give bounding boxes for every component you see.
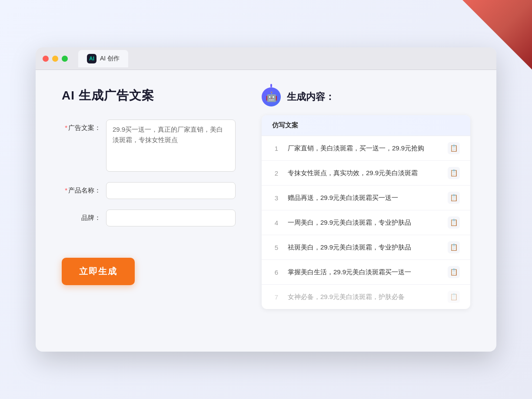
ad-copy-input[interactable]: 29.9买一送一，真正的厂家直销，美白淡斑霜，专抹女性斑点 — [106, 120, 236, 172]
product-name-input[interactable]: 美白淡斑霜 — [106, 182, 236, 199]
copy-button[interactable]: 📋 — [448, 266, 460, 278]
left-panel: AI 生成广告文案 *广告文案： 29.9买一送一，真正的厂家直销，美白淡斑霜，… — [62, 87, 236, 334]
row-text: 掌握美白生活，29.9元美白淡斑霜买一送一 — [288, 267, 441, 277]
result-title: 生成内容： — [287, 90, 335, 103]
result-rows-container: 1厂家直销，美白淡斑霜，买一送一，29.9元抢购📋2专抹女性斑点，真实功效，29… — [262, 136, 470, 309]
robot-icon: 🤖 — [262, 87, 281, 106]
result-table: 仿写文案 1厂家直销，美白淡斑霜，买一送一，29.9元抢购📋2专抹女性斑点，真实… — [262, 115, 470, 309]
row-text: 专抹女性斑点，真实功效，29.9元美白淡斑霜 — [288, 168, 441, 178]
traffic-lights — [43, 56, 68, 62]
copy-button[interactable]: 📋 — [448, 192, 460, 204]
row-number: 2 — [272, 170, 281, 177]
ai-tab[interactable]: AI AI 创作 — [78, 50, 128, 67]
row-number: 3 — [272, 194, 281, 202]
row-number: 7 — [272, 293, 281, 301]
copy-button[interactable]: 📋 — [448, 142, 460, 154]
row-text: 厂家直销，美白淡斑霜，买一送一，29.9元抢购 — [288, 143, 441, 153]
minimize-button[interactable] — [52, 56, 58, 62]
main-content: AI 生成广告文案 *广告文案： 29.9买一送一，真正的厂家直销，美白淡斑霜，… — [36, 70, 496, 352]
browser-window: AI AI 创作 AI 生成广告文案 *广告文案： 29.9买一送一，真正的厂家… — [36, 47, 496, 352]
table-header: 仿写文案 — [262, 115, 470, 136]
page-title: AI 生成广告文案 — [62, 87, 236, 104]
result-row: 6掌握美白生活，29.9元美白淡斑霜买一送一📋 — [262, 260, 470, 285]
result-row: 1厂家直销，美白淡斑霜，买一送一，29.9元抢购📋 — [262, 136, 470, 161]
robot-antenna — [270, 84, 272, 87]
required-star-product: * — [65, 186, 67, 194]
product-name-group: *产品名称： 美白淡斑霜 — [62, 182, 236, 199]
right-panel: 🤖 生成内容： 仿写文案 1厂家直销，美白淡斑霜，买一送一，29.9元抢购📋2专… — [262, 87, 470, 334]
result-row: 2专抹女性斑点，真实功效，29.9元美白淡斑霜📋 — [262, 161, 470, 186]
tab-title: AI 创作 — [100, 55, 120, 63]
ad-copy-label: *广告文案： — [62, 120, 101, 132]
result-header: 🤖 生成内容： — [262, 87, 470, 106]
brand-label: 品牌： — [62, 209, 101, 222]
tab-icon: AI — [87, 54, 96, 63]
brand-group: 品牌： 好白 — [62, 209, 236, 226]
required-star-ad: * — [65, 124, 67, 131]
title-bar: AI AI 创作 — [36, 47, 496, 70]
copy-button[interactable]: 📋 — [448, 167, 460, 179]
row-number: 4 — [272, 219, 281, 226]
row-number: 5 — [272, 244, 281, 251]
copy-button[interactable]: 📋 — [448, 216, 460, 229]
result-row: 7女神必备，29.9元美白淡斑霜，护肤必备📋 — [262, 285, 470, 309]
generate-button[interactable]: 立即生成 — [62, 258, 135, 285]
brand-input[interactable]: 好白 — [106, 209, 236, 226]
row-number: 1 — [272, 145, 281, 152]
row-number: 6 — [272, 269, 281, 276]
close-button[interactable] — [43, 56, 49, 62]
ad-copy-group: *广告文案： 29.9买一送一，真正的厂家直销，美白淡斑霜，专抹女性斑点 — [62, 120, 236, 172]
copy-button[interactable]: 📋 — [448, 291, 460, 303]
product-name-label: *产品名称： — [62, 182, 101, 195]
result-row: 4一周美白，29.9元美白淡斑霜，专业护肤品📋 — [262, 210, 470, 235]
copy-button[interactable]: 📋 — [448, 241, 460, 253]
result-row: 5祛斑美白，29.9元美白淡斑霜，专业护肤品📋 — [262, 235, 470, 260]
maximize-button[interactable] — [62, 56, 68, 62]
row-text: 一周美白，29.9元美白淡斑霜，专业护肤品 — [288, 218, 441, 228]
result-row: 3赠品再送，29.9元美白淡斑霜买一送一📋 — [262, 186, 470, 210]
row-text: 女神必备，29.9元美白淡斑霜，护肤必备 — [288, 292, 441, 302]
row-text: 赠品再送，29.9元美白淡斑霜买一送一 — [288, 193, 441, 203]
row-text: 祛斑美白，29.9元美白淡斑霜，专业护肤品 — [288, 243, 441, 253]
